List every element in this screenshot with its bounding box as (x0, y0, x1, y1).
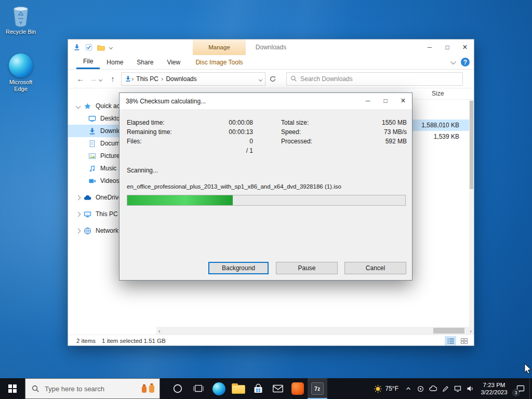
maximize-button[interactable]: □ (438, 39, 456, 55)
downloads-folder-icon (73, 44, 81, 51)
task-view-icon (193, 383, 204, 394)
cortana-icon (172, 383, 183, 394)
sidebar-item-label: Videos (100, 177, 119, 184)
dialog-titlebar: 38% Checksum calculating... ─ □ × (119, 93, 412, 109)
horizontal-scrollbar-row: ‹ › (68, 327, 474, 335)
ribbon-tab-row: File Home Share View Disc Image Tools ? (68, 55, 474, 70)
tray-overflow-button[interactable] (403, 378, 414, 399)
qat-dropdown-icon[interactable] (109, 45, 113, 49)
sidebar-item-label: Music (100, 165, 116, 172)
tab-home[interactable]: Home (100, 55, 130, 69)
notification-badge: 3 (512, 389, 520, 396)
recycle-bin-icon (1, 5, 41, 27)
tab-file[interactable]: File (76, 55, 100, 69)
weather-widget[interactable]: 75°F (369, 384, 403, 393)
taskbar-store-button[interactable] (248, 378, 268, 399)
cloud-icon (429, 384, 437, 393)
show-desktop-button[interactable] (529, 378, 532, 399)
window-title: Downloads (256, 39, 286, 55)
tray-onedrive-button[interactable] (427, 378, 439, 399)
taskbar-search-box[interactable] (25, 378, 160, 399)
elapsed-time-label: Elapsed time: (127, 119, 165, 126)
horizontal-scrollbar[interactable]: ‹ › (156, 327, 474, 335)
background-button[interactable]: Background (208, 262, 269, 274)
task-view-button[interactable] (188, 378, 209, 399)
taskbar-file-explorer-button[interactable] (229, 378, 248, 399)
large-icons-view-icon (461, 338, 468, 344)
action-center-button[interactable]: 3 (512, 378, 529, 399)
details-view-icon (447, 338, 454, 344)
scroll-left-arrow[interactable]: ‹ (158, 328, 161, 334)
dialog-close-button[interactable]: × (394, 93, 412, 109)
desktop-icon-microsoft-edge[interactable]: Microsoft Edge (1, 54, 41, 92)
refresh-icon (269, 75, 276, 83)
dialog-body: Elapsed time: 00:00:08 Total size: 1550 … (119, 109, 412, 281)
details-view-button[interactable] (445, 336, 456, 345)
back-button[interactable]: ← (74, 74, 87, 83)
forward-button[interactable]: → (87, 74, 99, 83)
breadcrumb-this-pc[interactable]: This PC (134, 75, 161, 83)
contextual-tab-group-manage[interactable]: Manage (193, 39, 246, 55)
scanning-status: Scanning... (127, 167, 158, 174)
horizontal-scrollbar-thumb[interactable] (433, 328, 464, 334)
dialog-maximize-button[interactable]: □ (377, 93, 394, 109)
downloads-icon (88, 127, 96, 135)
desktop-icon-label: Microsoft Edge (6, 79, 35, 92)
explorer-search-box[interactable] (286, 72, 463, 86)
help-icon[interactable]: ? (461, 58, 470, 66)
large-icons-view-button[interactable] (458, 336, 470, 345)
taskbar-edge-button[interactable] (209, 378, 229, 399)
ribbon-collapse-icon[interactable] (450, 58, 456, 64)
chevron-right-icon[interactable] (76, 211, 81, 217)
sidebar-item-label: Network (96, 227, 118, 234)
chevron-right-icon[interactable] (76, 228, 81, 233)
address-dropdown-icon[interactable] (259, 75, 262, 83)
close-button[interactable]: × (456, 39, 474, 55)
search-highlights-lanterns-icon (141, 383, 156, 394)
quick-access-icon (84, 102, 91, 110)
tab-view[interactable]: View (160, 55, 187, 69)
tray-pen-button[interactable] (439, 378, 451, 399)
tab-share[interactable]: Share (130, 55, 160, 69)
taskbar-orange-app-button[interactable] (288, 378, 308, 399)
clock-date: 3/22/2023 (477, 389, 511, 396)
explorer-titlebar: Manage Downloads ─ □ × (68, 39, 474, 55)
cancel-button[interactable]: Cancel (344, 262, 406, 274)
videos-icon (88, 177, 96, 185)
desktop: Recycle Bin Microsoft Edge Manage (0, 0, 532, 378)
location-folder-icon (125, 75, 131, 82)
breadcrumb[interactable]: › This PC › Downloads (121, 72, 265, 86)
history-dropdown-icon[interactable] (99, 75, 107, 83)
start-button[interactable] (0, 378, 25, 399)
files-label: Files: (127, 138, 142, 145)
pause-button[interactable]: Pause (276, 262, 338, 274)
tray-volume-button[interactable] (464, 378, 476, 399)
tab-disc-image-tools[interactable]: Disc Image Tools (193, 55, 246, 69)
new-folder-icon[interactable] (97, 44, 105, 51)
scroll-right-arrow[interactable]: › (470, 328, 472, 334)
vertical-scrollbar-thumb[interactable] (470, 101, 473, 189)
vertical-scrollbar[interactable] (469, 100, 474, 327)
taskbar-clock[interactable]: 7:23 PM 3/22/2023 (476, 381, 512, 396)
taskbar-seven-zip-button[interactable]: 7z (308, 378, 327, 399)
sun-icon (374, 384, 382, 393)
tray-location-button[interactable] (414, 378, 427, 399)
taskbar-search-input[interactable] (45, 385, 141, 393)
documents-icon (88, 140, 96, 148)
explorer-search-input[interactable] (300, 75, 459, 83)
windows-logo-icon (8, 384, 17, 393)
tray-network-button[interactable] (451, 378, 464, 399)
pen-icon (442, 385, 449, 393)
taskbar-mail-button[interactable] (268, 378, 288, 399)
properties-check-icon[interactable] (85, 44, 92, 51)
cortana-button[interactable] (167, 378, 188, 399)
minimize-button[interactable]: ─ (421, 39, 438, 55)
dialog-minimize-button[interactable]: ─ (359, 93, 377, 109)
desktop-icon-recycle-bin[interactable]: Recycle Bin (1, 5, 41, 35)
breadcrumb-downloads[interactable]: Downloads (163, 75, 199, 83)
up-button[interactable]: ↑ (107, 74, 119, 83)
refresh-button[interactable] (265, 75, 280, 83)
chevron-down-icon[interactable] (76, 103, 81, 109)
chevron-right-icon[interactable] (76, 195, 81, 200)
column-header-size[interactable]: Size (432, 90, 444, 97)
